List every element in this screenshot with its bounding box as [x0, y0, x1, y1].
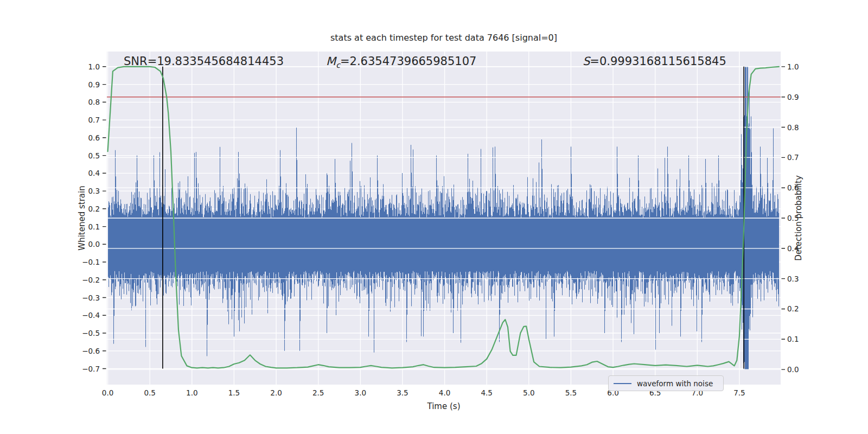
y-tick-label-left: 0.6	[88, 134, 100, 142]
score-symbol: S	[583, 55, 590, 68]
y-tick-label-left: −0.2	[82, 276, 100, 284]
y-tick-label-left: −0.4	[82, 311, 100, 319]
y-tick-label-right: 1.0	[787, 63, 799, 71]
chirp-mass-symbol: M	[326, 55, 336, 68]
chirp-mass-subscript: c	[336, 61, 340, 69]
y-tick-label-right: 0.9	[787, 93, 799, 101]
y-tick-label-left: −0.5	[82, 329, 100, 337]
x-tick-label: 2.0	[270, 389, 282, 397]
x-tick-label: 2.5	[312, 389, 324, 397]
annotation-chirp-mass: Mc=2.6354739665985107	[326, 55, 476, 69]
y-tick-label-right: 0.2	[787, 305, 799, 312]
x-tick-label: 5.0	[523, 389, 534, 397]
legend-line-swatch	[614, 383, 631, 384]
y-tick-label-right: 0.3	[787, 275, 799, 283]
x-tick-label: 7.5	[733, 389, 745, 397]
chirp-mass-value: =2.6354739665985107	[340, 55, 476, 68]
x-tick-label: 3.5	[397, 389, 408, 397]
y-tick-label-left: −0.3	[82, 294, 100, 302]
y-tick-label-left: 0.5	[88, 152, 100, 159]
x-tick-label: 5.5	[565, 389, 577, 397]
x-tick-label: 0.5	[144, 389, 155, 397]
annotation-snr: SNR=19.833545684814453	[124, 55, 284, 68]
chart-title: stats at each timestep for test data 764…	[107, 33, 781, 43]
y-tick-label-left: 0.9	[88, 81, 100, 88]
y-tick-label-right: 0.7	[787, 154, 799, 161]
y-tick-label-left: 0.0	[88, 240, 100, 248]
x-tick-label: 3.0	[355, 389, 366, 397]
y-tick-label-left: 0.3	[88, 187, 100, 195]
y-tick-label-left: −0.6	[82, 347, 100, 355]
figure: stats at each timestep for test data 764…	[0, 0, 868, 434]
legend: waveform with noise	[608, 375, 724, 391]
y-tick-label-left: 0.8	[88, 98, 100, 106]
x-tick-label: 4.5	[481, 389, 492, 397]
y-tick-label-right: 0.0	[787, 366, 799, 373]
y-tick-label-right: 0.5	[787, 214, 799, 222]
x-axis-label: Time (s)	[107, 401, 781, 411]
y-tick-label-left: 0.2	[88, 205, 100, 213]
score-value: =0.9993168115615845	[590, 55, 726, 68]
y-tick-label-right: 0.1	[787, 335, 799, 343]
legend-label: waveform with noise	[637, 379, 713, 388]
y-tick-label-left: 0.7	[88, 116, 100, 124]
y-tick-label-left: −0.1	[82, 258, 100, 266]
y-tick-label-left: 1.0	[88, 63, 100, 71]
x-tick-label: 4.0	[439, 389, 450, 397]
x-tick-label: 1.0	[186, 389, 197, 397]
y-tick-label-left: −0.7	[82, 365, 100, 373]
x-tick-label: 1.5	[228, 389, 240, 397]
annotation-score: S=0.9993168115615845	[583, 55, 726, 68]
y-tick-label-right: 0.8	[787, 124, 799, 131]
y-axis-label-left: Whitened strain	[77, 186, 87, 250]
y-tick-label-left: 0.4	[88, 169, 100, 177]
x-tick-label: 0.0	[102, 389, 113, 397]
y-tick-label-left: 0.1	[88, 223, 100, 231]
y-tick-label-right: 0.4	[787, 245, 799, 252]
y-tick-label-right: 0.6	[787, 184, 799, 192]
